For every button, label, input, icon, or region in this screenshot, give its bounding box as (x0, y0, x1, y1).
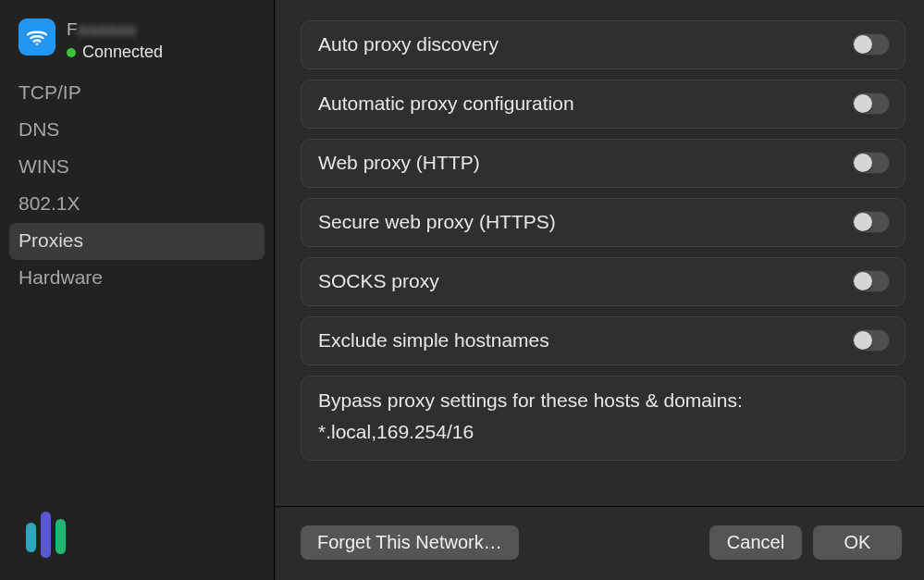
network-info: Faaaaaa Connected (67, 19, 163, 62)
option-label: SOCKS proxy (318, 270, 439, 292)
main-panel: Auto proxy discovery Automatic proxy con… (275, 0, 924, 580)
toggle-secure-web-proxy-https[interactable] (852, 211, 890, 233)
option-label: Secure web proxy (HTTPS) (318, 211, 556, 233)
option-label: Web proxy (HTTP) (318, 152, 480, 174)
toggle-exclude-simple-hostnames[interactable] (852, 329, 890, 352)
toggle-automatic-proxy-configuration[interactable] (852, 93, 890, 115)
option-secure-web-proxy-https: Secure web proxy (HTTPS) (301, 198, 906, 247)
sidebar-item-hardware[interactable]: Hardware (9, 260, 265, 297)
bypass-proxy-settings: Bypass proxy settings for these hosts & … (301, 376, 906, 461)
option-label: Automatic proxy configuration (318, 93, 574, 115)
sidebar: Faaaaaa Connected TCP/IP DNS WINS 802.1X… (0, 0, 275, 580)
ok-button[interactable]: OK (813, 525, 902, 560)
cancel-button[interactable]: Cancel (709, 525, 802, 560)
footer-bar: Forget This Network… Cancel OK (275, 506, 924, 580)
option-automatic-proxy-configuration: Automatic proxy configuration (301, 80, 906, 129)
option-exclude-simple-hostnames: Exclude simple hostnames (301, 316, 906, 365)
option-web-proxy-http: Web proxy (HTTP) (301, 139, 906, 188)
network-name-obscured: aaaaaa (78, 19, 136, 39)
svg-point-0 (36, 43, 39, 45)
app-logo-icon (17, 502, 76, 565)
proxies-content[interactable]: Auto proxy discovery Automatic proxy con… (275, 0, 924, 506)
svg-rect-1 (26, 523, 36, 552)
network-status-text: Connected (82, 43, 163, 62)
option-label: Exclude simple hostnames (318, 329, 549, 352)
status-indicator-dot (67, 48, 76, 57)
toggle-web-proxy-http[interactable] (852, 152, 890, 174)
bypass-value[interactable]: *.local,169.254/16 (318, 421, 888, 443)
sidebar-item-tcpip[interactable]: TCP/IP (9, 75, 265, 112)
network-name-text: F (67, 19, 78, 39)
option-socks-proxy: SOCKS proxy (301, 257, 906, 306)
network-name: Faaaaaa (67, 20, 163, 38)
svg-rect-2 (41, 512, 51, 558)
sidebar-item-wins[interactable]: WINS (9, 149, 265, 186)
svg-rect-3 (55, 519, 66, 554)
network-header: Faaaaaa Connected (0, 15, 274, 75)
option-label: Auto proxy discovery (318, 33, 499, 56)
sidebar-item-8021x[interactable]: 802.1X (9, 186, 265, 223)
toggle-auto-proxy-discovery[interactable] (852, 33, 890, 56)
sidebar-item-dns[interactable]: DNS (9, 112, 265, 149)
wifi-icon (18, 19, 55, 56)
option-auto-proxy-discovery: Auto proxy discovery (301, 20, 906, 69)
sidebar-tab-list: TCP/IP DNS WINS 802.1X Proxies Hardware (0, 75, 274, 297)
forget-network-button[interactable]: Forget This Network… (301, 525, 519, 560)
toggle-socks-proxy[interactable] (852, 270, 890, 292)
network-status-row: Connected (67, 43, 163, 62)
bypass-label: Bypass proxy settings for these hosts & … (318, 389, 888, 412)
sidebar-item-proxies[interactable]: Proxies (9, 223, 265, 260)
